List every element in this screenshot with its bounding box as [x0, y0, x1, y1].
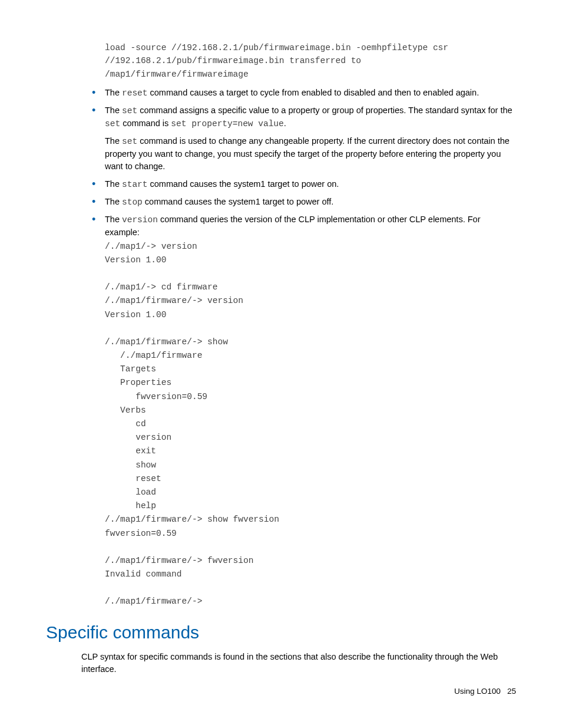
code-inline: set	[105, 119, 120, 129]
code-block-version: /./map1/-> version Version 1.00 /./map1/…	[105, 240, 516, 609]
code-inline: start	[122, 180, 148, 189]
bullet-stop: The stop command causes the system1 targ…	[46, 196, 516, 209]
text: command is used to change any changeable…	[105, 136, 510, 171]
section-body: CLP syntax for specific commands is foun…	[81, 651, 516, 676]
bullet-set: The set command assigns a specific value…	[46, 104, 516, 173]
code-inline: set property=new value	[171, 119, 283, 129]
bullet-start: The start command causes the system1 tar…	[46, 178, 516, 191]
text: command causes the system1 target to pow…	[148, 179, 339, 189]
text: The	[105, 106, 122, 115]
code-block-load: load -source //192.168.2.1/pub/firmwarei…	[105, 41, 516, 81]
code-inline: version	[122, 215, 158, 225]
bullet-version: The version command queries the version …	[46, 213, 516, 609]
code-inline: set	[122, 137, 137, 146]
text: The	[105, 88, 122, 97]
bullet-list: The reset command causes a target to cyc…	[46, 87, 516, 608]
text: The	[105, 136, 122, 146]
text: .	[284, 118, 286, 128]
text: command causes the system1 target to pow…	[143, 197, 334, 206]
page-footer: Using LO100 25	[454, 686, 516, 697]
page-content: load -source //192.168.2.1/pub/firmwarei…	[0, 0, 562, 699]
section-heading: Specific commands	[46, 620, 516, 645]
code-inline: reset	[122, 88, 148, 98]
footer-label: Using LO100	[454, 687, 501, 696]
bullet-reset: The reset command causes a target to cyc…	[46, 87, 516, 100]
text: The	[105, 215, 122, 224]
text: command queries the version of the CLP i…	[105, 215, 480, 237]
text: command is	[120, 118, 171, 128]
text: command causes a target to cycle from en…	[148, 88, 480, 97]
code-inline: set	[122, 106, 137, 116]
text: command assigns a specific value to a pr…	[137, 106, 512, 115]
code-inline: stop	[122, 197, 143, 207]
text: The	[105, 179, 122, 189]
text: The	[105, 197, 122, 206]
footer-page-number: 25	[507, 687, 516, 696]
